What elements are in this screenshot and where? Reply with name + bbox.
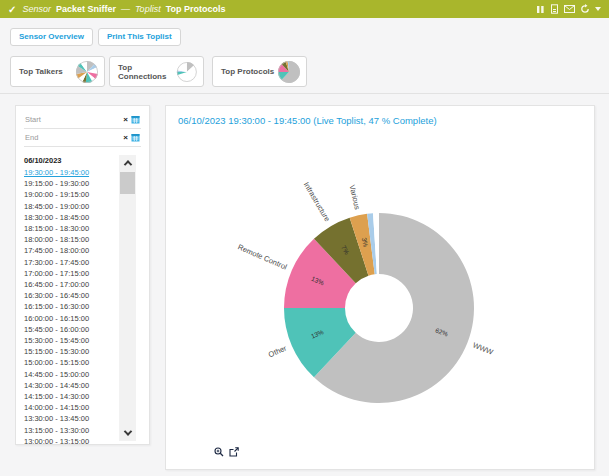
tab-label: Top Connections <box>118 63 176 81</box>
sensor-overview-button[interactable]: Sensor Overview <box>10 28 93 46</box>
tab-label: Top Protocols <box>221 67 274 76</box>
pie-chart-icon <box>75 60 99 84</box>
external-link-icon[interactable] <box>229 447 239 457</box>
calendar-icon[interactable] <box>131 133 140 142</box>
time-list-container: 06/10/2023 19:30:00 - 19:45:0019:15:00 -… <box>24 155 141 443</box>
email-icon[interactable] <box>564 5 575 13</box>
end-date-row: × <box>24 129 141 147</box>
pie-chart-icon <box>277 60 301 84</box>
tab-top-talkers[interactable]: Top Talkers <box>10 56 105 87</box>
slice-name-label: Various <box>348 184 362 210</box>
slice-name-label: Infrastructure <box>302 180 332 223</box>
scrollbar-track[interactable] <box>119 155 136 441</box>
slice-name-label: WWW <box>471 341 495 358</box>
time-selector-panel: × × 06/10/2023 19:30:00 - 19:45:0019:15:… <box>15 105 150 445</box>
breadcrumb-toplist-label: Toplist <box>135 4 161 14</box>
chevron-down-icon <box>123 427 131 435</box>
scrollbar-up-button[interactable] <box>119 156 136 170</box>
toplist-chart-panel: 06/10/2023 19:30:00 - 19:45:00 (Live Top… <box>165 105 595 470</box>
clear-end-icon[interactable]: × <box>123 134 128 142</box>
start-date-input[interactable] <box>25 115 121 124</box>
sensor-status-bar: ✓ Sensor Packet Sniffer — Toplist Top Pr… <box>0 0 609 18</box>
report-icon[interactable] <box>550 4 559 14</box>
start-date-row: × <box>24 111 141 129</box>
tab-top-connections[interactable]: Top Connections <box>109 56 204 87</box>
calendar-icon[interactable] <box>131 115 140 124</box>
protocols-donut-chart: 62%WWW13%Other13%Remote Control7%Infrast… <box>166 130 596 460</box>
breadcrumb-sensor-name[interactable]: Packet Sniffer <box>56 4 116 14</box>
chart-title: 06/10/2023 19:30:00 - 19:45:00 (Live Top… <box>178 115 584 127</box>
toolbar: Sensor Overview Print This Toplist <box>10 28 181 46</box>
toplist-tabs: Top Talkers Top Connections Top Protocol… <box>10 56 307 87</box>
status-check-icon: ✓ <box>8 4 16 15</box>
caret-down-icon[interactable] <box>595 7 601 11</box>
tab-label: Top Talkers <box>19 67 63 76</box>
breadcrumb-sensor-label: Sensor <box>22 4 51 14</box>
scrollbar-down-button[interactable] <box>119 426 136 440</box>
refresh-icon[interactable] <box>580 4 590 14</box>
print-toplist-button[interactable]: Print This Toplist <box>98 28 181 46</box>
breadcrumb-separator: — <box>121 4 130 14</box>
chevron-up-icon <box>123 160 131 168</box>
clear-start-icon[interactable]: × <box>123 116 128 124</box>
end-date-input[interactable] <box>25 133 121 142</box>
pause-icon[interactable] <box>536 5 545 14</box>
zoom-icon[interactable] <box>214 447 224 457</box>
pie-chart-icon <box>176 60 198 84</box>
chart-footer-toolbar <box>214 447 239 457</box>
breadcrumb-toplist-name: Top Protocols <box>166 4 226 14</box>
section-divider <box>0 93 609 94</box>
scrollbar-thumb[interactable] <box>120 172 135 194</box>
slice-name-label: Remote Control <box>237 242 289 271</box>
tab-top-protocols[interactable]: Top Protocols <box>212 56 307 87</box>
slice-name-label: Other <box>267 343 288 359</box>
